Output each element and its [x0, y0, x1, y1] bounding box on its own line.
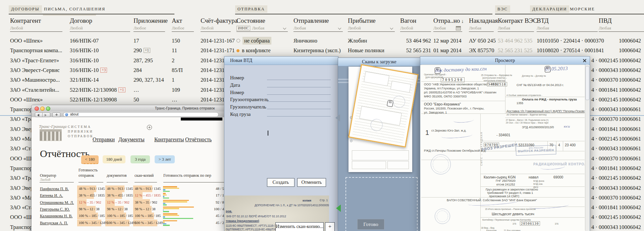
column-filter[interactable]: Любой: [201, 25, 231, 32]
field-input[interactable]: [267, 94, 331, 95]
sort-desc-icon[interactable]: ↓: [461, 18, 464, 24]
dialog-titlebar[interactable]: Новая ВТД: [224, 57, 338, 65]
period-bars: [163, 220, 203, 226]
chevron-down-icon[interactable]: [338, 26, 341, 30]
document-text: Оплата по РЖД - получатель груза: [522, 97, 577, 101]
collapse-arrow-icon[interactable]: [335, 114, 340, 122]
calendar-icon[interactable]: [456, 26, 461, 30]
readiness-scans: 12 % – 455 / 1835: [135, 194, 161, 197]
document-text: 07.05.2013: [545, 66, 551, 73]
cell-vagon: 53 464 962: [400, 36, 431, 46]
insert-scan-arrow-icon[interactable]: [336, 205, 341, 212]
cell-pvd: 10006042: [619, 75, 644, 85]
readiness-scans: 38 % – 35 / 902: [135, 201, 157, 204]
operator-link[interactable]: Панфилова П. В.: [40, 186, 69, 191]
operator-link[interactable]: Выгодская А. П.: [40, 221, 68, 226]
nav-otpravki[interactable]: Отправки: [93, 137, 115, 143]
cell-prilozhenie: …: [133, 87, 139, 93]
tab-morskie[interactable]: МОРСКИЕ: [568, 5, 597, 13]
chip-more-3-years[interactable]: > 3 лет: [155, 155, 175, 163]
chip-180-days[interactable]: 180 дней: [103, 155, 125, 163]
cell-nakladnaya: ЭХ 857570: [469, 46, 498, 55]
ifns-badge[interactable]: ИФНС: [236, 26, 250, 31]
more-badge[interactable]: +3: [100, 68, 107, 73]
nav-kontragenty[interactable]: Контрагенты: [154, 137, 184, 143]
field-input[interactable]: [267, 80, 331, 80]
nav-dokumenty[interactable]: Документы: [118, 137, 145, 143]
app-screen: ДОГОВОРЫ ПИСЬМА, СОГЛАШЕНИЯ ОТПРАВКА ВЭС…: [0, 0, 644, 231]
field-input[interactable]: [267, 101, 331, 102]
add-scan-button[interactable]: +: [325, 222, 335, 231]
close-icon[interactable]: [582, 58, 587, 63]
change-scan-button[interactable]: Изменить скан-копию...: [275, 222, 324, 231]
column-filter[interactable]: Любая: [599, 25, 644, 32]
scans-titlebar[interactable]: Сканы к загрузке: [338, 58, 420, 66]
preview-titlebar[interactable]: Просмотр: [420, 57, 590, 65]
column-label: Договор: [70, 17, 92, 24]
create-button[interactable]: Создать: [267, 178, 294, 187]
column-header: Отправление Любая: [293, 17, 343, 32]
field-input[interactable]: [267, 116, 331, 117]
cell-otpravlenie: Кизитеринка (эксп.): [293, 46, 347, 55]
form-field[interactable]: Номер: [224, 74, 338, 81]
column-filter[interactable]: Любая: [293, 25, 343, 32]
column-filter[interactable]: Любое: [172, 25, 194, 32]
form-field[interactable]: Дата: [224, 82, 338, 88]
cell-pvd: 10006042: [619, 46, 644, 55]
column-filter[interactable]: Любое: [133, 25, 165, 32]
round-stamp: [431, 154, 451, 174]
tab-otpravka[interactable]: ОТПРАВКА: [235, 5, 267, 13]
status-text: не собрана: [243, 37, 271, 45]
cell-prilozhenie: 290, 327, 314: [133, 77, 164, 83]
field-input[interactable]: [267, 109, 331, 109]
report-col-period: Готовность отправок по пер: [163, 173, 211, 178]
cell-kontrakt-ves: 52 565 231 525: [498, 46, 537, 55]
chevron-down-icon[interactable]: [283, 26, 286, 30]
document-text: 20506130: [520, 221, 540, 226]
operator-link[interactable]: Евтеева И. А.: [40, 193, 63, 198]
done-button[interactable]: Готово: [357, 219, 384, 230]
field-label: Грузополучатель: [230, 104, 266, 110]
new-tab-button[interactable]: [52, 112, 60, 117]
form-field[interactable]: Номер: [224, 89, 338, 96]
chevron-down-icon[interactable]: [390, 26, 393, 30]
form-field[interactable]: Грузополучатель: [224, 103, 338, 110]
more-badge[interactable]: +1: [118, 87, 125, 92]
operator-link[interactable]: Калашникова Н. В.: [40, 214, 72, 219]
add-document-icon[interactable]: [147, 125, 152, 130]
operator-filter[interactable]: Любой: [40, 178, 50, 181]
form-field[interactable]: Код груза: [224, 111, 338, 118]
back-button[interactable]: [37, 114, 39, 117]
column-filter[interactable]: Любая: [469, 25, 494, 32]
tab-deklaracii[interactable]: ДЕКЛАРАЦИИ: [530, 5, 569, 13]
column-filter[interactable]: ИФНСЛюбая: [236, 25, 288, 32]
operator-link[interactable]: Григорьева С. Ю.: [40, 207, 70, 212]
operator-link[interactable]: Отришникова М. Л.: [40, 200, 74, 205]
column-filter[interactable]: Любой: [400, 25, 431, 32]
url-field[interactable]: about: [63, 112, 219, 117]
readiness-scans: 98 % – 12 / 38: [135, 207, 156, 211]
column-filter[interactable]: Любая: [433, 25, 462, 32]
scan-text: копия: [303, 199, 311, 202]
column-filter[interactable]: Любая: [537, 25, 598, 32]
table-row[interactable]: Транспортная компа... 316/НПК-10 290+1 1…: [0, 46, 644, 55]
column-filter[interactable]: Любая: [498, 25, 534, 32]
column-label: Отправление: [293, 17, 329, 24]
column-filter[interactable]: Любой: [70, 25, 130, 32]
tab-ves[interactable]: ВЭС: [495, 5, 510, 13]
cancel-button[interactable]: Отменить: [297, 178, 326, 187]
document-text: Украина, пгт.Глуховцы, ул.Заводская, 1: [424, 87, 479, 90]
tab-dogovory[interactable]: ДОГОВОРЫ: [9, 5, 42, 13]
chip-3-years[interactable]: 3 года: [130, 155, 150, 163]
forward-button[interactable]: [45, 114, 47, 117]
nav-otchetnost[interactable]: Отчётность: [185, 137, 212, 143]
more-badge[interactable]: +1: [144, 48, 150, 53]
tab-pisma-soglasheniya[interactable]: ПИСЬМА, СОГЛАШЕНИЯ: [42, 5, 108, 13]
table-row[interactable]: ООО «Шпек» 166/НПК-07 17 150 2014-1231-1…: [0, 36, 644, 46]
field-input[interactable]: [267, 87, 331, 87]
form-field[interactable]: Грузоотправитель: [224, 96, 338, 103]
chip-less-180[interactable]: < 180: [81, 155, 99, 164]
column-filter[interactable]: Любой: [10, 25, 62, 32]
scrollbar-thumb[interactable]: [585, 66, 589, 100]
column-filter[interactable]: Любой: [348, 25, 395, 32]
